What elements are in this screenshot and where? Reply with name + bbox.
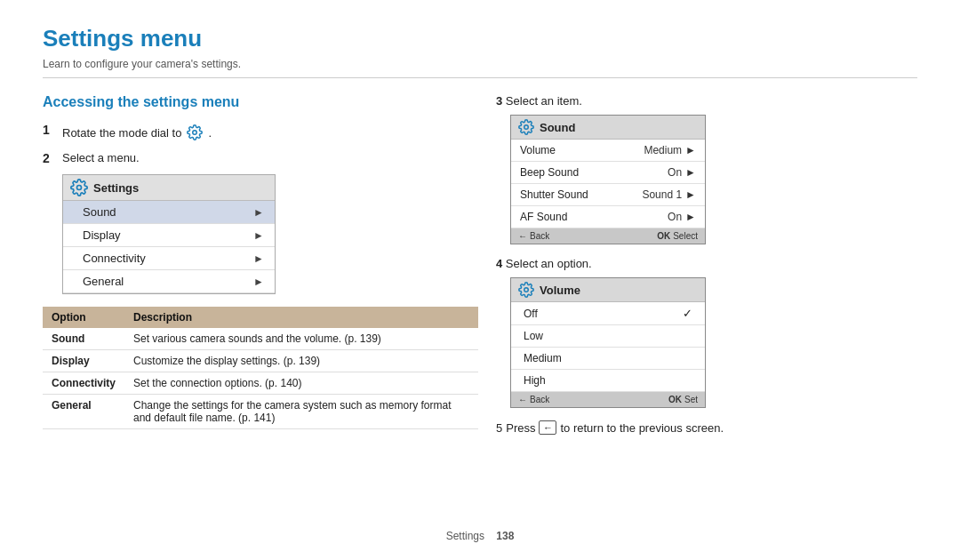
- camera-menu-row-label: General: [83, 275, 124, 288]
- camera-menu-row-label: Connectivity: [83, 252, 146, 265]
- camera-menu-row-label: Sound: [83, 205, 116, 219]
- arrow-icon: ►: [253, 276, 264, 288]
- step-4: 4 Select an option. Volume Off ✓: [496, 257, 917, 408]
- arrow-icon: ►: [253, 252, 264, 265]
- sound-row-value-beep: On ►: [668, 166, 696, 179]
- table-header-description: Description: [124, 307, 478, 328]
- step-2: 2 Select a menu.: [43, 151, 478, 165]
- volume-select-footer: ← Back OK Set: [511, 392, 705, 407]
- section-title: Accessing the settings menu: [43, 94, 478, 110]
- footer-ok: OK Set: [668, 395, 698, 404]
- table-row: Sound Set various camera sounds and the …: [43, 328, 478, 350]
- volume-option-label: Medium: [524, 352, 562, 364]
- sound-row-label: Volume: [520, 144, 556, 156]
- footer-back: ← Back: [518, 231, 549, 241]
- volume-select-ui: Volume Off ✓ Low Medium Hi: [510, 277, 706, 408]
- sound-menu-header: Sound: [511, 116, 705, 140]
- table-cell-description: Change the settings for the camera syste…: [124, 395, 478, 429]
- camera-gear-icon: [70, 179, 88, 196]
- back-arrow-icon: ←: [518, 395, 527, 404]
- table-row: Display Customize the display settings. …: [43, 350, 478, 372]
- table-cell-description: Set the connection options. (p. 140): [124, 372, 478, 395]
- page: Settings menu Learn to configure your ca…: [0, 0, 960, 560]
- footer-section: Settings: [446, 530, 484, 542]
- page-subtitle: Learn to configure your camera's setting…: [43, 58, 917, 78]
- volume-option-low[interactable]: Low: [511, 325, 705, 348]
- table-cell-description: Set various camera sounds and the volume…: [124, 328, 478, 350]
- sound-row-label: AF Sound: [520, 211, 567, 223]
- footer-back: ← Back: [518, 395, 549, 404]
- sound-menu-row-beep[interactable]: Beep Sound On ►: [511, 162, 705, 184]
- arrow-right-icon: ►: [685, 211, 696, 223]
- table-row: General Change the settings for the came…: [43, 395, 478, 429]
- svg-point-1: [77, 186, 82, 190]
- volume-option-off[interactable]: Off ✓: [511, 302, 705, 325]
- back-icon: ←: [539, 420, 556, 435]
- volume-select-header: Volume: [511, 278, 705, 302]
- ok-label: OK: [657, 231, 670, 241]
- sound-row-label: Beep Sound: [520, 166, 579, 179]
- table-cell-option: Connectivity: [43, 372, 124, 395]
- camera-menu-ui: Settings Sound ► Display ► Connectivity …: [62, 174, 276, 294]
- page-title: Settings menu: [43, 25, 917, 52]
- table-cell-option: General: [43, 395, 124, 429]
- camera-menu-row-label: Display: [83, 228, 121, 242]
- step-4-label: 4 Select an option.: [496, 257, 917, 270]
- camera-menu-row-connectivity[interactable]: Connectivity ►: [63, 247, 275, 270]
- sound-menu-row-af[interactable]: AF Sound On ►: [511, 206, 705, 228]
- sound-row-value-af: On ►: [668, 211, 696, 223]
- step-5-press: Press: [506, 421, 535, 435]
- gear-icon: [185, 123, 204, 142]
- step-3-label: 3 Select an item.: [496, 94, 917, 108]
- back-arrow-icon: ←: [518, 231, 527, 241]
- step-1: 1 Rotate the mode dial to .: [43, 123, 478, 142]
- camera-menu-header: Settings: [63, 175, 275, 201]
- arrow-icon: ►: [253, 206, 264, 219]
- step-1-text: Rotate the mode dial to .: [62, 123, 212, 142]
- left-column: Accessing the settings menu 1 Rotate the…: [43, 85, 478, 523]
- footer-page-number: 138: [496, 530, 514, 542]
- footer-ok: OK Select: [657, 231, 698, 241]
- step-3-number: 3: [496, 94, 502, 108]
- camera-menu-row-sound[interactable]: Sound ►: [63, 201, 275, 224]
- sound-header-icon: [518, 119, 534, 135]
- step-4-number: 4: [496, 257, 502, 270]
- sound-menu-row-shutter[interactable]: Shutter Sound Sound 1 ►: [511, 184, 705, 206]
- volume-option-label: Low: [524, 330, 543, 342]
- ok-label: OK: [668, 395, 682, 404]
- table-header-option: Option: [43, 307, 124, 328]
- volume-option-medium[interactable]: Medium: [511, 348, 705, 370]
- arrow-right-icon: ►: [685, 188, 696, 201]
- volume-option-label: Off: [524, 308, 538, 320]
- arrow-right-icon: ►: [685, 166, 696, 179]
- arrow-icon: ►: [253, 229, 264, 242]
- sound-menu-title: Sound: [540, 121, 575, 134]
- volume-header-icon: [518, 282, 534, 298]
- table-cell-description: Customize the display settings. (p. 139): [124, 350, 478, 372]
- sound-row-value-volume: Medium ►: [644, 144, 696, 156]
- step-2-number: 2: [43, 151, 59, 165]
- volume-option-high[interactable]: High: [511, 370, 705, 392]
- camera-menu-row-general[interactable]: General ►: [63, 270, 275, 293]
- step-2-text: Select a menu.: [62, 151, 140, 164]
- svg-point-3: [524, 288, 529, 292]
- sound-row-label: Shutter Sound: [520, 188, 588, 201]
- check-icon: ✓: [683, 307, 692, 320]
- arrow-right-icon: ►: [685, 144, 696, 156]
- step-3: 3 Select an item. Sound Volume: [496, 94, 917, 244]
- sound-row-value-shutter: Sound 1 ►: [642, 188, 696, 201]
- camera-menu-row-display[interactable]: Display ►: [63, 224, 275, 247]
- table-cell-option: Display: [43, 350, 124, 372]
- step-5-text: to return to the previous screen.: [560, 421, 724, 435]
- footer: Settings 138: [43, 530, 917, 542]
- step-5: 5 Press ← to return to the previous scre…: [496, 420, 917, 435]
- svg-point-2: [524, 125, 529, 130]
- volume-select-title: Volume: [540, 284, 580, 297]
- volume-option-label: High: [524, 374, 546, 387]
- sound-menu-row-volume[interactable]: Volume Medium ►: [511, 140, 705, 162]
- svg-point-0: [193, 131, 197, 135]
- step-1-number: 1: [43, 123, 59, 137]
- table-cell-option: Sound: [43, 328, 124, 350]
- sound-menu-footer: ← Back OK Select: [511, 228, 705, 244]
- camera-menu-title: Settings: [93, 181, 139, 195]
